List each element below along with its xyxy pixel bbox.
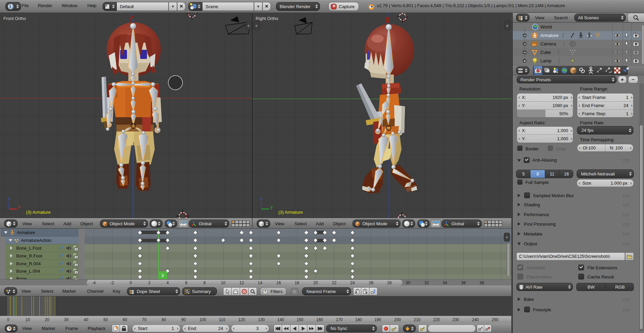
svg-text:Right Ortho: Right Ortho [256,16,278,21]
svg-text:3: 3 [161,273,164,278]
svg-text:(3) Armature: (3) Armature [26,210,50,215]
svg-text:+: + [506,23,509,28]
svg-text:z: z [260,196,262,201]
svg-text:Front Ortho: Front Ortho [3,16,26,21]
svg-text:(3) Armature: (3) Armature [278,210,303,215]
svg-text:+: + [255,23,258,28]
svg-text:x: x [18,205,20,209]
svg-text:z: z [8,196,10,201]
svg-text:+: + [247,23,250,28]
svg-text:y: y [271,205,273,209]
